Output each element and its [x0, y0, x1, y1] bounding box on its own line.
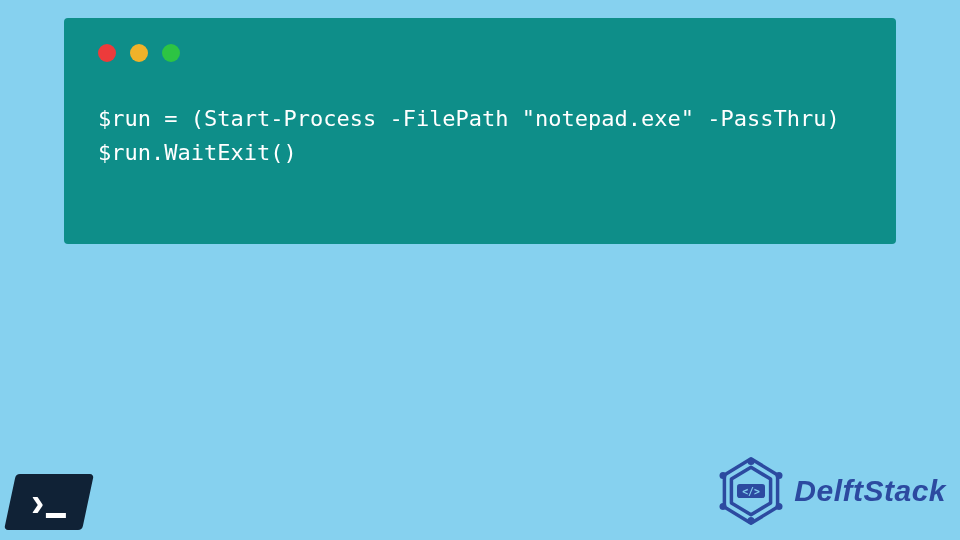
brand-logo-icon: </> [716, 456, 786, 526]
close-icon [98, 44, 116, 62]
svg-point-4 [776, 503, 783, 510]
powershell-icon: › [4, 474, 94, 530]
svg-point-6 [720, 503, 727, 510]
minimize-icon [130, 44, 148, 62]
code-line: $run.WaitExit() [98, 140, 297, 165]
powershell-glyph: › [31, 480, 66, 525]
svg-point-3 [776, 472, 783, 479]
code-line: $run = (Start-Process -FilePath "notepad… [98, 106, 840, 131]
maximize-icon [162, 44, 180, 62]
brand: </> DelftStack [716, 456, 946, 526]
svg-point-7 [720, 472, 727, 479]
svg-text:</>: </> [742, 486, 760, 497]
code-window: $run = (Start-Process -FilePath "notepad… [64, 18, 896, 244]
window-controls [98, 44, 862, 62]
svg-point-2 [748, 458, 755, 465]
brand-name: DelftStack [794, 474, 946, 508]
code-block: $run = (Start-Process -FilePath "notepad… [98, 102, 862, 170]
svg-point-5 [748, 517, 755, 524]
